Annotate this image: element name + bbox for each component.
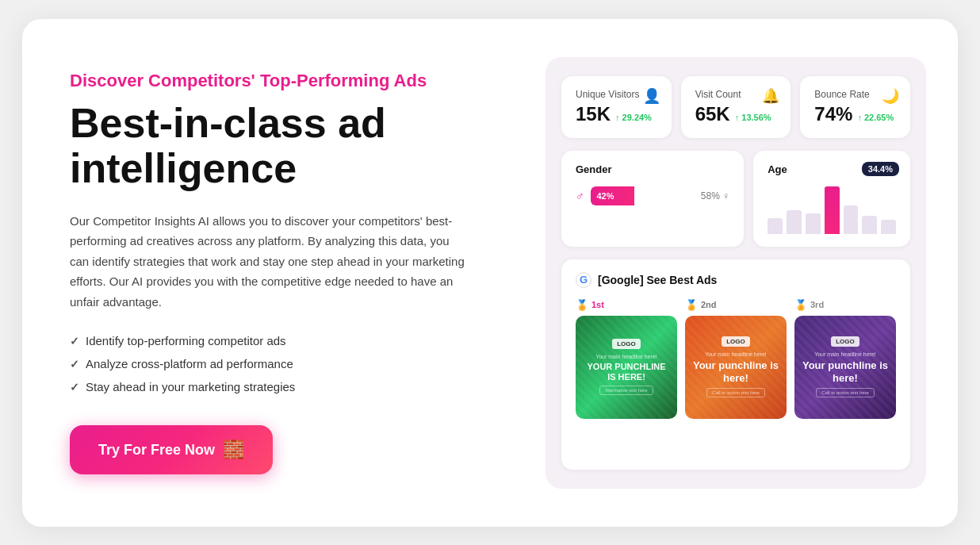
- rank-label-3: 3rd: [810, 300, 824, 309]
- ad-item-3: 🏅 3rd LOGO Your main headline here! Your…: [794, 299, 896, 419]
- ad-headline-3: Your main headline here!: [814, 351, 876, 357]
- cta-label: Try For Free Now: [98, 442, 215, 459]
- left-panel: Discover Competitors' Top-Performing Ads…: [70, 57, 514, 489]
- age-bar-4-active: [825, 186, 840, 234]
- ads-title: [Google] See Best Ads: [598, 274, 717, 286]
- ad-punchline-3: Your punchline is here!: [801, 359, 890, 384]
- ad-rank-2: 🏅 2nd: [685, 299, 787, 311]
- stat-value-bounce: 74%: [814, 103, 852, 125]
- stat-card-visitors: Unique Visitors 15K ↑ 29.24% 👤: [561, 76, 672, 138]
- cta-button[interactable]: Try For Free Now 🧱: [70, 425, 273, 474]
- description-text: Our Competitor Insights AI allows you to…: [70, 211, 466, 313]
- ads-grid: 🏅 1st LOGO Your main headline here! YOUR…: [576, 299, 896, 419]
- gender-male-bar: 42%: [591, 186, 634, 205]
- stat-value-row-bounce: 74% ↑ 22.65%: [814, 103, 896, 125]
- gender-bar-container: 42%: [591, 186, 695, 205]
- stat-value-row-visits: 65K ↑ 13.56%: [695, 103, 777, 125]
- rank-icon-3: 🏅: [794, 299, 807, 311]
- ad-rank-3: 🏅 3rd: [794, 299, 896, 311]
- ad-headline-2: Your main headline here!: [705, 351, 767, 357]
- age-badge: 34.4%: [862, 162, 899, 176]
- age-bar-3: [806, 213, 821, 233]
- feature-list: Identify top-performing competitor ads A…: [70, 334, 514, 393]
- ad-thumbnail-1: LOGO Your main headline here! YOUR PUNCH…: [576, 316, 677, 419]
- rank-icon-1: 🏅: [576, 299, 588, 311]
- age-card: Age 34.4%: [753, 151, 910, 247]
- ad-content-2: LOGO Your main headline here! Your punch…: [685, 316, 787, 419]
- age-bar-1: [768, 218, 783, 234]
- rank-label-1: 1st: [591, 300, 604, 309]
- stat-value-visits: 65K: [695, 103, 730, 125]
- main-card: Discover Competitors' Top-Performing Ads…: [22, 19, 958, 527]
- feature-item-2: Analyze cross-platform ad performance: [70, 357, 514, 370]
- visits-icon: 🔔: [762, 87, 779, 105]
- bounce-icon: 🌙: [882, 87, 899, 105]
- ads-card: G [Google] See Best Ads 🏅 1st LOGO Your …: [561, 259, 910, 470]
- gender-female-pct: 58% ♀: [701, 190, 729, 201]
- eyebrow-text: Discover Competitors' Top-Performing Ads: [70, 71, 514, 91]
- gender-bar-row: ♂ 42% 58% ♀: [576, 186, 729, 205]
- stat-card-visits: Visit Count 65K ↑ 13.56% 🔔: [681, 76, 791, 138]
- ad-headline-1: Your main headline here!: [595, 354, 657, 359]
- ad-punchline-2: Your punchline is here!: [691, 359, 780, 384]
- gender-male-pct: 42%: [597, 191, 614, 201]
- age-bar-5: [844, 205, 859, 234]
- stats-row: Unique Visitors 15K ↑ 29.24% 👤 Visit Cou…: [561, 76, 910, 138]
- ad-punchline-1: YOUR PUNCHLINE IS HERE!: [582, 362, 671, 382]
- headline: Best-in-class ad intelligence: [70, 101, 514, 191]
- male-icon: ♂: [576, 190, 584, 202]
- ad-content-3: LOGO Your main headline here! Your punch…: [794, 316, 896, 419]
- visitors-icon: 👤: [643, 87, 660, 105]
- gender-label: Gender: [576, 163, 729, 175]
- ad-cta-3: Call to action text here: [816, 388, 875, 397]
- google-icon: G: [576, 272, 591, 288]
- stat-change-bounce: ↑ 22.65%: [857, 113, 894, 122]
- headline-line2: intelligence: [70, 145, 297, 191]
- stat-value-visitors: 15K: [576, 103, 611, 125]
- age-bar-7: [881, 220, 896, 234]
- ad-logo-3: LOGO: [831, 336, 859, 347]
- ad-cta-1: Alternative text here: [599, 386, 653, 395]
- rank-icon-2: 🏅: [685, 299, 698, 311]
- age-bars: [768, 186, 896, 234]
- stat-change-visitors: ↑ 29.24%: [615, 113, 652, 122]
- stat-change-visits: ↑ 13.56%: [735, 113, 771, 122]
- ad-content-1: LOGO Your main headline here! YOUR PUNCH…: [576, 316, 677, 419]
- analytics-row: Gender ♂ 42% 58% ♀ Age 34.4%: [561, 151, 910, 247]
- cta-icon: 🧱: [223, 439, 244, 460]
- ad-thumbnail-3: LOGO Your main headline here! Your punch…: [794, 316, 896, 419]
- ad-thumbnail-2: LOGO Your main headline here! Your punch…: [685, 316, 787, 419]
- ad-logo-1: LOGO: [612, 339, 641, 349]
- ad-item-1: 🏅 1st LOGO Your main headline here! YOUR…: [576, 299, 677, 419]
- age-bar-2: [787, 210, 802, 234]
- ad-rank-1: 🏅 1st: [576, 299, 677, 311]
- ad-logo-2: LOGO: [722, 336, 750, 347]
- rank-label-2: 2nd: [701, 300, 717, 309]
- stat-card-bounce: Bounce Rate 74% ↑ 22.65% 🌙: [800, 76, 910, 138]
- ads-header: G [Google] See Best Ads: [576, 272, 896, 288]
- right-panel: Unique Visitors 15K ↑ 29.24% 👤 Visit Cou…: [546, 57, 926, 489]
- headline-line1: Best-in-class ad: [70, 100, 386, 146]
- stat-value-row-visitors: 15K ↑ 29.24%: [576, 103, 657, 125]
- feature-item-3: Stay ahead in your marketing strategies: [70, 380, 514, 393]
- feature-item-1: Identify top-performing competitor ads: [70, 334, 514, 347]
- ad-cta-2: Call to action text here: [706, 388, 765, 397]
- age-bar-6: [862, 216, 877, 234]
- ad-item-2: 🏅 2nd LOGO Your main headline here! Your…: [685, 299, 787, 419]
- gender-card: Gender ♂ 42% 58% ♀: [561, 151, 744, 247]
